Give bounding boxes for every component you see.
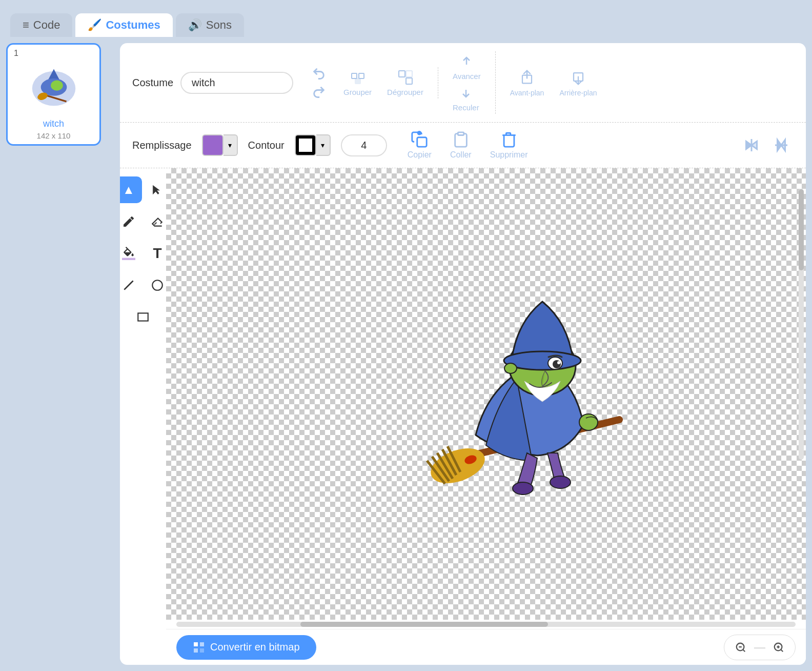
scrollbar-vertical[interactable] bbox=[799, 189, 804, 460]
zorder-section: Avant-plan Arrière-plan bbox=[506, 66, 601, 99]
tool-row-1: ▲ bbox=[120, 176, 171, 203]
svg-point-37 bbox=[557, 361, 560, 364]
costume-preview-svg bbox=[23, 64, 85, 113]
scrollbar-thumb-v[interactable] bbox=[799, 189, 804, 270]
fill-dropdown[interactable]: ▾ bbox=[224, 134, 238, 156]
rect-tool[interactable] bbox=[130, 304, 156, 330]
svg-point-36 bbox=[553, 360, 561, 368]
svg-rect-39 bbox=[194, 642, 198, 646]
svg-rect-42 bbox=[200, 648, 204, 653]
canvas-area[interactable] bbox=[166, 168, 806, 620]
pencil-tool[interactable] bbox=[120, 208, 142, 235]
group-section: Grouper Dégrouper bbox=[339, 67, 438, 98]
svg-point-31 bbox=[550, 476, 571, 488]
svg-line-44 bbox=[743, 649, 745, 652]
advance-button[interactable]: Avancer bbox=[449, 51, 485, 83]
convert-bitmap-label: Convertir en bitmap bbox=[210, 641, 300, 653]
svg-rect-14 bbox=[417, 137, 427, 147]
ungroup-button[interactable]: Dégrouper bbox=[383, 67, 428, 98]
tab-code-label: Code bbox=[33, 18, 60, 32]
copy-button[interactable]: Copier bbox=[402, 129, 437, 162]
tab-costumes[interactable]: 🖌️ Costumes bbox=[75, 13, 172, 37]
convert-bitmap-button[interactable]: Convertir en bitmap bbox=[176, 635, 316, 660]
svg-rect-9 bbox=[399, 71, 405, 77]
line-tool[interactable] bbox=[120, 272, 142, 299]
stroke-dropdown[interactable]: ▾ bbox=[316, 134, 331, 156]
arriere-plan-button[interactable]: Arrière-plan bbox=[555, 66, 601, 99]
tool-row-3: T bbox=[120, 240, 171, 267]
toolbar-bottom: Remplissage ▾ Contour ▾ bbox=[120, 123, 806, 168]
group-button[interactable]: Grouper bbox=[339, 67, 376, 98]
stroke-swatch[interactable] bbox=[295, 134, 316, 156]
svg-line-47 bbox=[781, 649, 783, 652]
redo-button[interactable] bbox=[309, 84, 329, 100]
stroke-size-input[interactable] bbox=[341, 134, 387, 156]
content-panel: Costume bbox=[120, 43, 806, 665]
paste-button[interactable]: Coller bbox=[445, 129, 477, 162]
copy-label: Copier bbox=[408, 150, 432, 160]
svg-point-38 bbox=[504, 363, 517, 373]
undo-button[interactable] bbox=[309, 65, 329, 82]
zoom-divider: — bbox=[754, 641, 765, 654]
flip-horizontal-button[interactable] bbox=[739, 135, 764, 155]
svg-rect-7 bbox=[359, 73, 364, 78]
costume-name-input[interactable] bbox=[180, 72, 293, 94]
costume-dims-label: 142 x 110 bbox=[37, 131, 71, 140]
reculer-button[interactable]: Reculer bbox=[449, 83, 483, 114]
costume-image bbox=[18, 60, 90, 116]
select-tool[interactable]: ▲ bbox=[120, 176, 142, 203]
svg-point-3 bbox=[51, 80, 63, 90]
main-area: 1 witch 142 x 110 Cos bbox=[0, 37, 812, 671]
svg-point-20 bbox=[152, 280, 163, 290]
ungroup-label: Dégrouper bbox=[387, 88, 423, 96]
tool-row-2 bbox=[120, 208, 171, 235]
fill-label: Remplissage bbox=[132, 140, 192, 151]
svg-rect-41 bbox=[194, 648, 198, 653]
svg-rect-16 bbox=[458, 132, 463, 135]
svg-rect-40 bbox=[200, 642, 204, 646]
group-label: Grouper bbox=[343, 88, 372, 96]
toolbar-top: Costume bbox=[120, 43, 806, 123]
witch-image bbox=[373, 271, 655, 517]
canvas-wrap: Convertir en bitmap — bbox=[166, 168, 806, 665]
costume-name-label: witch bbox=[43, 119, 64, 129]
stroke-control: ▾ bbox=[295, 134, 331, 156]
undo-redo-group bbox=[309, 65, 329, 100]
tools-panel: ▲ bbox=[120, 168, 166, 665]
tool-row-4 bbox=[120, 272, 171, 299]
action-buttons: Copier Coller Supprimer bbox=[402, 129, 533, 162]
costume-icon: 🖌️ bbox=[88, 18, 102, 32]
svg-rect-6 bbox=[352, 73, 357, 78]
zoom-out-button[interactable] bbox=[732, 638, 750, 657]
sidebar: 1 witch 142 x 110 bbox=[6, 43, 114, 665]
advance-section: Avancer Reculer bbox=[449, 51, 496, 114]
costume-number: 1 bbox=[14, 49, 18, 58]
bottom-bar: Convertir en bitmap — bbox=[166, 629, 806, 665]
flip-vertical-button[interactable] bbox=[769, 135, 794, 155]
svg-point-30 bbox=[513, 482, 533, 495]
scrollbar-horizontal[interactable] bbox=[176, 622, 796, 627]
svg-point-15 bbox=[417, 131, 422, 135]
zoom-controls: — bbox=[724, 635, 796, 660]
reculer-label: Reculer bbox=[453, 103, 479, 112]
costume-name-row: Costume bbox=[132, 72, 293, 94]
delete-button[interactable]: Supprimer bbox=[485, 129, 533, 162]
fill-control: ▾ bbox=[202, 134, 238, 156]
zoom-in-button[interactable] bbox=[769, 638, 788, 657]
scrollbar-thumb-h[interactable] bbox=[300, 622, 548, 627]
paste-label: Coller bbox=[450, 150, 472, 160]
tab-code[interactable]: ≡ Code bbox=[10, 13, 72, 37]
tab-sons[interactable]: 🔊 Sons bbox=[176, 13, 244, 37]
svg-point-32 bbox=[579, 414, 598, 430]
tab-costumes-label: Costumes bbox=[106, 18, 160, 32]
fill-tool[interactable] bbox=[120, 240, 142, 267]
fill-swatch[interactable] bbox=[202, 134, 224, 156]
avant-plan-label: Avant-plan bbox=[510, 89, 544, 97]
delete-label: Supprimer bbox=[490, 150, 528, 160]
costume-thumbnail[interactable]: 1 witch 142 x 110 bbox=[6, 43, 101, 146]
avant-plan-button[interactable]: Avant-plan bbox=[506, 66, 549, 99]
costume-field-label: Costume bbox=[132, 77, 173, 89]
arriere-plan-label: Arrière-plan bbox=[559, 89, 597, 97]
svg-rect-10 bbox=[406, 78, 412, 84]
svg-rect-8 bbox=[355, 78, 360, 84]
